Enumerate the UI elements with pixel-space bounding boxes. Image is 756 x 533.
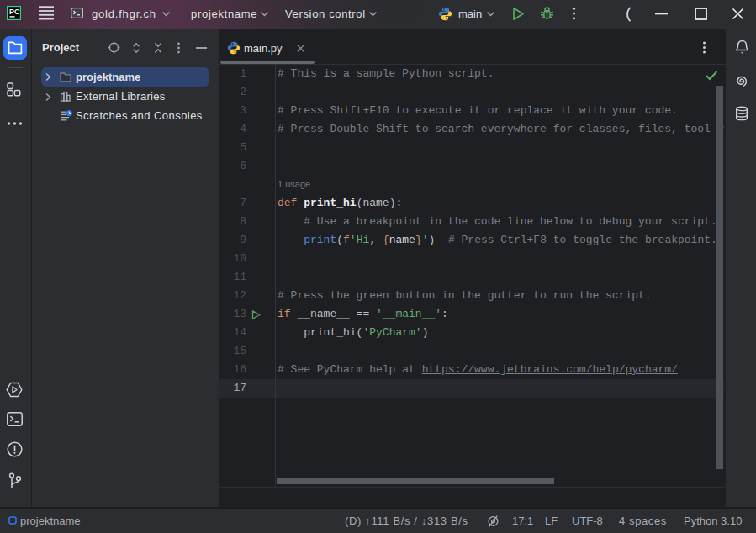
svg-text:PC: PC bbox=[9, 8, 20, 16]
